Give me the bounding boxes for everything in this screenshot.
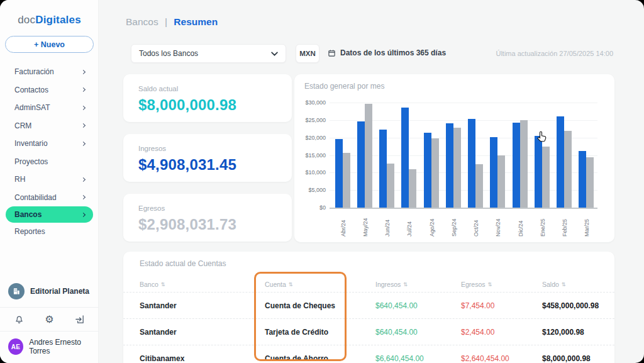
sidebar-item-reportes[interactable]: Reportes bbox=[0, 223, 99, 241]
bar-egresos-mar-25[interactable] bbox=[586, 157, 594, 208]
hand-cursor bbox=[537, 131, 548, 143]
sidebar-item-label: AdminSAT bbox=[14, 103, 82, 112]
chevron-right-icon bbox=[81, 195, 86, 199]
table-row[interactable]: SantanderCuenta de Cheques$640,454.00$7,… bbox=[123, 292, 614, 318]
gridline bbox=[330, 208, 597, 209]
y-axis-tick: $20,000 bbox=[294, 135, 326, 141]
notifications-bell-icon[interactable] bbox=[14, 314, 25, 325]
x-axis-tick: May/24 bbox=[362, 218, 369, 237]
sidebar-item-label: Reportes bbox=[14, 227, 89, 236]
x-axis-tick: Oct/24 bbox=[473, 220, 479, 237]
sidebar-action-icons: ⚙ bbox=[0, 308, 99, 331]
bar-egresos-oct-24[interactable] bbox=[475, 164, 483, 208]
breadcrumb-parent[interactable]: Bancos bbox=[126, 16, 158, 27]
gridline bbox=[330, 103, 597, 103]
organization-switcher[interactable]: Editorial Planeta bbox=[0, 277, 99, 307]
column-header-cuenta[interactable]: Cuenta⇅ bbox=[265, 281, 375, 288]
bar-ingresos-ene-25[interactable] bbox=[535, 136, 542, 208]
table-row[interactable]: CitibanamexCuenta de Ahorro$6,640,454.00… bbox=[123, 345, 614, 363]
bar-egresos-abr-24[interactable] bbox=[343, 153, 350, 208]
chevron-right-icon bbox=[81, 212, 86, 216]
column-header-banco[interactable]: Banco⇅ bbox=[140, 281, 265, 288]
chevron-right-icon bbox=[81, 87, 86, 92]
sidebar-nav: FacturaciónContactosAdminSATCRMInventari… bbox=[0, 63, 99, 241]
sidebar: docDigitales + Nuevo FacturaciónContacto… bbox=[0, 0, 99, 363]
bar-ingresos-ago-24[interactable] bbox=[424, 133, 431, 208]
bar-ingresos-abr-24[interactable] bbox=[335, 139, 343, 208]
cell-banco: Santander bbox=[140, 328, 265, 337]
currency-button[interactable]: MXN bbox=[296, 44, 319, 63]
sidebar-item-rh[interactable]: RH bbox=[0, 170, 99, 189]
column-header-ingresos[interactable]: Ingresos⇅ bbox=[375, 281, 461, 288]
card-label: Saldo actual bbox=[138, 85, 277, 92]
bar-ingresos-sep-24[interactable] bbox=[446, 123, 453, 208]
sidebar-item-label: RH bbox=[14, 175, 82, 184]
bar-ingresos-nov-24[interactable] bbox=[490, 137, 497, 208]
sidebar-item-bancos[interactable]: Bancos bbox=[6, 206, 93, 223]
x-axis-tick: Jul/24 bbox=[406, 221, 413, 237]
table-header-row: Banco⇅Cuenta⇅Ingresos⇅Egresos⇅Saldo⇅ bbox=[123, 277, 614, 292]
sidebar-item-inventario[interactable]: Inventario bbox=[0, 135, 99, 153]
cell-saldo: $120,000.98 bbox=[542, 328, 614, 337]
y-axis-tick: $25,000 bbox=[294, 117, 326, 123]
card-value: $8,000,000.98 bbox=[138, 96, 277, 114]
table-body: SantanderCuenta de Cheques$640,454.00$7,… bbox=[123, 292, 614, 363]
card-label: Egresos bbox=[138, 204, 277, 212]
logout-icon[interactable] bbox=[74, 314, 85, 325]
cell-banco: Citibanamex bbox=[140, 354, 265, 363]
y-axis-tick: $30,000 bbox=[294, 99, 326, 106]
y-axis-tick: $0 bbox=[294, 204, 326, 211]
cell-saldo: $458,000,000.98 bbox=[542, 301, 614, 310]
x-axis-tick: Feb/25 bbox=[562, 219, 568, 237]
bar-ingresos-mar-25[interactable] bbox=[579, 151, 586, 208]
sidebar-item-contabilidad[interactable]: Contabilidad bbox=[0, 189, 99, 207]
sidebar-item-label: Inventario bbox=[14, 139, 82, 148]
sidebar-item-crm[interactable]: CRM bbox=[0, 117, 99, 135]
cell-cuenta: Tarjeta de Crédito bbox=[265, 328, 375, 337]
column-label: Ingresos bbox=[375, 281, 401, 288]
bar-ingresos-jul-24[interactable] bbox=[401, 108, 409, 208]
bar-egresos-sep-24[interactable] bbox=[453, 128, 461, 208]
avatar: AE bbox=[8, 338, 23, 355]
bar-egresos-ago-24[interactable] bbox=[431, 138, 439, 208]
bar-ingresos-jun-24[interactable] bbox=[379, 130, 387, 208]
y-axis-tick: $10,000 bbox=[294, 169, 326, 176]
column-header-egresos[interactable]: Egresos⇅ bbox=[461, 281, 542, 288]
bank-select[interactable]: Todos los Bancos bbox=[131, 44, 286, 63]
sidebar-item-label: Contactos bbox=[14, 86, 82, 94]
bar-egresos-jun-24[interactable] bbox=[387, 164, 394, 208]
bar-egresos-jul-24[interactable] bbox=[409, 169, 416, 208]
bar-egresos-ene-25[interactable] bbox=[542, 147, 550, 208]
organization-icon bbox=[8, 283, 25, 299]
egresos-card: Egresos $2,908,031.73 bbox=[123, 194, 292, 242]
sidebar-item-adminsat[interactable]: AdminSAT bbox=[0, 99, 99, 117]
card-value: $4,908,031.45 bbox=[138, 156, 277, 174]
x-axis-tick: Dic/24 bbox=[518, 220, 524, 237]
last-updated: Última actualización 27/05/2025 14:00 bbox=[496, 50, 613, 57]
bar-ingresos-may-24[interactable] bbox=[357, 121, 365, 208]
column-header-saldo[interactable]: Saldo⇅ bbox=[542, 281, 614, 288]
sidebar-item-label: Bancos bbox=[14, 210, 82, 219]
sidebar-item-label: CRM bbox=[14, 121, 82, 130]
bar-egresos-feb-25[interactable] bbox=[564, 131, 572, 208]
cell-egresos: $7,454.00 bbox=[461, 301, 542, 310]
app-logo: docDigitales bbox=[0, 14, 99, 26]
bar-egresos-dic-24[interactable] bbox=[520, 120, 528, 208]
date-range-filter[interactable]: Datos de los últimos 365 días bbox=[328, 48, 446, 57]
sidebar-item-facturaci-n[interactable]: Facturación bbox=[0, 63, 99, 81]
bar-ingresos-dic-24[interactable] bbox=[513, 123, 520, 208]
bar-ingresos-oct-24[interactable] bbox=[468, 119, 475, 208]
cell-ingresos: $640,454.00 bbox=[375, 301, 461, 310]
user-profile[interactable]: AE Andres Ernesto Torres bbox=[0, 332, 99, 363]
ingresos-card: Ingresos $4,908,031.45 bbox=[123, 134, 292, 182]
chevron-right-icon bbox=[81, 70, 86, 74]
new-button[interactable]: + Nuevo bbox=[5, 36, 94, 53]
bar-ingresos-feb-25[interactable] bbox=[557, 116, 564, 208]
bar-egresos-nov-24[interactable] bbox=[497, 155, 505, 208]
bar-egresos-may-24[interactable] bbox=[365, 104, 372, 208]
sidebar-item-contactos[interactable]: Contactos bbox=[0, 81, 99, 99]
table-row[interactable]: SantanderTarjeta de Crédito$640,454.00$2… bbox=[123, 318, 614, 345]
sidebar-item-proyectos[interactable]: Proyectos bbox=[0, 153, 99, 171]
settings-gear-icon[interactable]: ⚙ bbox=[45, 315, 53, 325]
x-axis-tick: Ago/24 bbox=[429, 218, 435, 237]
